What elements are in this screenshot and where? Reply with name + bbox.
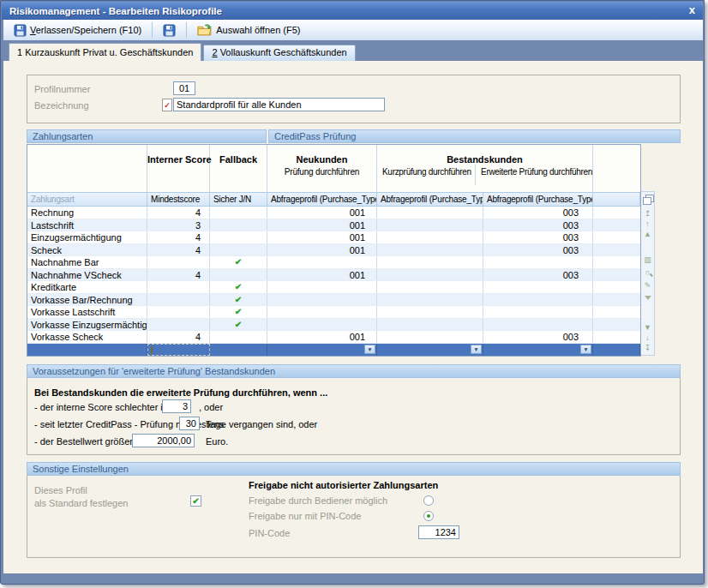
- filter-icon[interactable]: [642, 293, 654, 303]
- tab-vollauskunft[interactable]: 2 Vollauskunft Geschäftskunden: [203, 45, 355, 61]
- cell-score[interactable]: [147, 319, 210, 331]
- cell-score[interactable]: [147, 294, 210, 306]
- last-row-icon[interactable]: ↧: [642, 343, 654, 353]
- edit-icon[interactable]: ✎: [642, 280, 654, 291]
- cell-empty[interactable]: [593, 219, 640, 231]
- cell-name[interactable]: Nachnahme Bar: [27, 256, 147, 268]
- cell-empty[interactable]: [593, 269, 640, 281]
- cell-empty[interactable]: [593, 344, 640, 357]
- cell-neukunden[interactable]: [267, 306, 377, 318]
- cell-name[interactable]: Nachnahme VScheck: [27, 269, 147, 281]
- cell-score[interactable]: 4: [147, 269, 210, 281]
- cell-empty[interactable]: [593, 319, 640, 331]
- table-row[interactable]: Lastschrift3001003: [27, 219, 640, 232]
- cell-empty[interactable]: [593, 207, 640, 219]
- table-row[interactable]: Nachnahme Bar✔: [27, 256, 640, 269]
- order-value-input[interactable]: [132, 434, 195, 447]
- cell-kurzpruefung[interactable]: [377, 331, 483, 343]
- cell-fallback[interactable]: [210, 269, 267, 281]
- selected-row[interactable]: ▼ ▼ ▼: [27, 344, 640, 357]
- cell-erweiterte[interactable]: [483, 281, 593, 293]
- cell-name[interactable]: Scheck: [27, 244, 147, 256]
- cell-kurzpruefung[interactable]: [377, 269, 483, 281]
- cell-erweiterte[interactable]: 003: [483, 231, 593, 243]
- cell-score[interactable]: 4: [147, 231, 210, 243]
- cell-name[interactable]: Kreditkarte: [27, 281, 147, 293]
- cell-erweiterte[interactable]: 003: [483, 331, 593, 343]
- table-row[interactable]: Einzugsermächtigung4001003: [27, 231, 640, 244]
- cell-score-focused[interactable]: [147, 344, 210, 357]
- cell-score[interactable]: 4: [147, 207, 210, 219]
- dropdown-button[interactable]: ▼: [364, 345, 375, 354]
- cell-kurzpruefung[interactable]: [377, 207, 483, 219]
- cell-empty[interactable]: [593, 281, 640, 293]
- score-threshold-input[interactable]: [162, 399, 191, 413]
- cell-kurzpruefung[interactable]: [377, 319, 483, 331]
- cell-neukunden[interactable]: [267, 281, 377, 293]
- cell-erweiterte[interactable]: ▼: [483, 344, 593, 357]
- table-row[interactable]: Vorkasse Einzugsermächtigung✔: [27, 319, 640, 332]
- table-row[interactable]: Kreditkarte✔: [27, 281, 640, 294]
- cell-fallback[interactable]: [210, 219, 267, 231]
- cell-name[interactable]: Lastschrift: [27, 219, 147, 231]
- subheader-abfrageprofil-erw[interactable]: Abfrageprofil (Purchase_Type): [483, 193, 593, 206]
- cell-score[interactable]: 4: [147, 331, 210, 343]
- default-profile-checkbox[interactable]: ✔: [190, 495, 201, 507]
- subheader-sicher[interactable]: Sicher J/N: [210, 193, 267, 206]
- release-pin-radio[interactable]: [423, 511, 434, 521]
- row-up-icon[interactable]: ▲: [642, 229, 654, 239]
- cell-fallback[interactable]: [210, 244, 267, 256]
- cell-erweiterte[interactable]: 003: [483, 269, 593, 281]
- save-exit-button[interactable]: Verlassen/Speichern (F10): [9, 21, 147, 39]
- dropdown-button[interactable]: ▼: [580, 345, 591, 354]
- cell-fallback[interactable]: [210, 207, 267, 219]
- cell-empty[interactable]: [593, 331, 640, 343]
- tab-kurzauskunft[interactable]: 1 Kurzauskunft Privat u. Geschäftskunden: [9, 43, 201, 61]
- cell-neukunden[interactable]: 001: [267, 331, 377, 343]
- cell-fallback[interactable]: ✔: [210, 256, 267, 268]
- cell-score[interactable]: [147, 306, 210, 318]
- cell-fallback[interactable]: ✔: [210, 319, 267, 331]
- cell-kurzpruefung[interactable]: [377, 306, 483, 318]
- table-row[interactable]: Vorkasse Scheck4001003: [27, 331, 640, 344]
- cell-erweiterte[interactable]: [483, 294, 593, 306]
- table-row[interactable]: Nachnahme VScheck4001003: [27, 269, 640, 282]
- cell-neukunden[interactable]: [267, 294, 377, 306]
- cell-erweiterte[interactable]: [483, 319, 593, 331]
- open-selection-button[interactable]: Auswahl öffnen (F5): [192, 21, 305, 39]
- cell-fallback[interactable]: [210, 331, 267, 343]
- cell-erweiterte[interactable]: 003: [483, 219, 593, 231]
- cell-score[interactable]: [147, 256, 210, 268]
- cell-name[interactable]: Vorkasse Einzugsermächtigung: [27, 319, 147, 331]
- cell-name[interactable]: Vorkasse Bar/Rechnung: [27, 294, 147, 306]
- cell-name[interactable]: Einzugsermächtigung: [27, 231, 147, 243]
- save-button[interactable]: [158, 21, 181, 39]
- cell-neukunden[interactable]: [267, 256, 377, 268]
- cell-kurzpruefung[interactable]: [377, 219, 483, 231]
- cell-kurzpruefung[interactable]: [377, 244, 483, 256]
- cell-erweiterte[interactable]: [483, 306, 593, 318]
- cell-fallback[interactable]: ✔: [210, 306, 267, 318]
- cell-score[interactable]: [147, 281, 210, 293]
- first-row-icon[interactable]: ↥: [642, 208, 654, 219]
- cell-neukunden[interactable]: 001: [267, 207, 377, 219]
- subheader-abfrageprofil-kurz[interactable]: Abfrageprofil (Purchase_Type): [377, 193, 483, 206]
- close-button[interactable]: x: [689, 3, 695, 17]
- table-row[interactable]: Vorkasse Lastschrift✔: [27, 306, 640, 319]
- subheader-zahlungsart[interactable]: Zahlungsart: [27, 193, 147, 206]
- cell-score[interactable]: 3: [147, 219, 210, 231]
- cell-empty[interactable]: [593, 231, 640, 243]
- pin-code-input[interactable]: [418, 525, 459, 539]
- cell-score[interactable]: 4: [147, 244, 210, 256]
- cell-kurzpruefung[interactable]: [377, 281, 483, 293]
- page-down-icon[interactable]: ↓: [642, 333, 654, 343]
- cell-neukunden[interactable]: 001: [267, 219, 377, 231]
- row-down-icon[interactable]: ▼: [642, 322, 654, 333]
- cell-name[interactable]: [27, 344, 147, 357]
- columns-icon[interactable]: ▥: [642, 255, 654, 265]
- cell-neukunden[interactable]: [267, 319, 377, 331]
- table-row[interactable]: Vorkasse Bar/Rechnung✔: [27, 294, 640, 307]
- days-threshold-input[interactable]: [179, 417, 200, 430]
- cell-erweiterte[interactable]: 003: [483, 244, 593, 256]
- cell-name[interactable]: Vorkasse Scheck: [27, 331, 147, 343]
